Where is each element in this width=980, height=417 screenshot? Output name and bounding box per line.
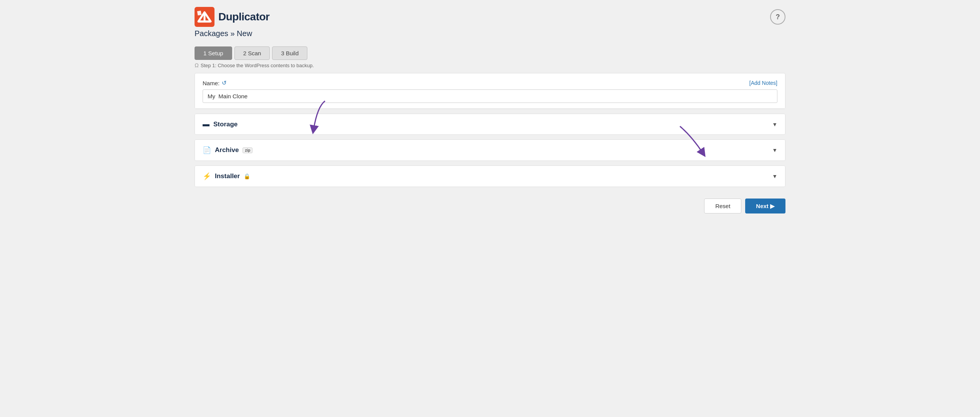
reset-button[interactable]: Reset (704, 199, 741, 213)
installer-section-header[interactable]: ⚡ Installer 🔒 ▼ (195, 166, 785, 187)
archive-section-panel: 📄 Archive zip ▼ (195, 139, 785, 161)
lock-icon: 🔒 (244, 173, 250, 179)
name-section-panel: Name: ↺ [Add Notes] (195, 73, 785, 109)
refresh-icon[interactable]: ↺ (222, 79, 227, 86)
installer-chevron-icon: ▼ (772, 173, 777, 179)
steps-row: 1 Setup 2 Scan 3 Build (195, 46, 785, 60)
name-section: Name: ↺ [Add Notes] (195, 73, 785, 109)
storage-section-panel: ▬ Storage ▼ (195, 114, 785, 135)
bottom-bar: Reset Next ▶ (195, 195, 785, 213)
add-notes-link[interactable]: [Add Notes] (749, 80, 777, 86)
wordpress-icon: Ω (195, 62, 199, 68)
logo-icon (195, 7, 214, 27)
package-name-input[interactable] (203, 89, 777, 103)
next-button[interactable]: Next ▶ (745, 199, 785, 213)
logo-area: Duplicator (195, 7, 269, 27)
storage-chevron-icon: ▼ (772, 121, 777, 127)
header: Duplicator ? (195, 7, 785, 27)
step3-button[interactable]: 3 Build (272, 46, 307, 60)
installer-section-panel: ⚡ Installer 🔒 ▼ (195, 165, 785, 187)
archive-section-header[interactable]: 📄 Archive zip ▼ (195, 140, 785, 161)
step1-button[interactable]: 1 Setup (195, 46, 232, 60)
storage-section-title: ▬ Storage (203, 120, 238, 128)
archive-icon: 📄 (203, 146, 211, 154)
archive-chevron-icon: ▼ (772, 147, 777, 153)
name-label: Name: ↺ (203, 79, 227, 86)
step-hint: Ω Step 1: Choose the WordPress contents … (195, 62, 785, 68)
storage-section-header[interactable]: ▬ Storage ▼ (195, 114, 785, 134)
breadcrumb: Packages » New (195, 29, 785, 38)
help-button[interactable]: ? (770, 9, 785, 25)
step2-button[interactable]: 2 Scan (234, 46, 270, 60)
archive-section-title: 📄 Archive zip (203, 146, 252, 154)
archive-badge: zip (243, 147, 252, 153)
logo-text: Duplicator (218, 11, 269, 23)
name-label-row: Name: ↺ [Add Notes] (203, 79, 777, 86)
svg-marker-4 (197, 11, 202, 16)
storage-icon: ▬ (203, 120, 210, 128)
installer-icon: ⚡ (203, 172, 211, 180)
installer-section-title: ⚡ Installer 🔒 (203, 172, 250, 180)
steps-area: 1 Setup 2 Scan 3 Build Ω Step 1: Choose … (195, 46, 785, 68)
